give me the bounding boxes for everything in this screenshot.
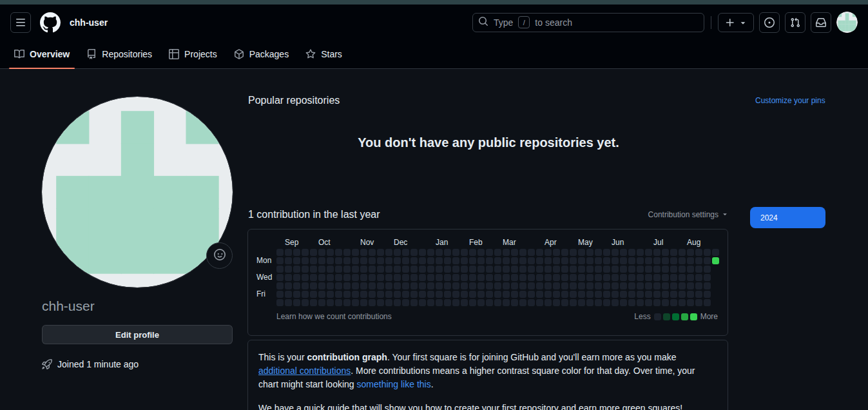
contribution-cell: [511, 282, 518, 289]
contribution-cell: [461, 282, 468, 289]
contribution-cell: [461, 291, 468, 298]
contribution-cell: [653, 257, 661, 264]
hamburger-menu-button[interactable]: [10, 12, 31, 33]
contribution-cell: [553, 291, 560, 298]
contribution-cell: [310, 257, 317, 264]
contribution-cell: [494, 274, 501, 281]
contribution-cell: [293, 299, 300, 306]
tab-label: Packages: [249, 49, 289, 59]
contribution-cell: [461, 266, 468, 273]
tab-projects[interactable]: Projects: [164, 40, 222, 68]
month-label: Oct: [318, 238, 331, 247]
star-icon: [305, 49, 316, 59]
contribution-cell: [503, 291, 510, 298]
contribution-cell: [645, 266, 652, 273]
create-new-button[interactable]: [718, 13, 754, 32]
contribution-cell: [310, 282, 317, 289]
identicon-image: [42, 97, 233, 288]
contribution-cell: [452, 266, 459, 273]
month-label: Aug: [687, 238, 700, 247]
contribution-cell: [293, 266, 300, 273]
set-status-button[interactable]: [206, 242, 233, 269]
smiley-icon: [214, 249, 226, 262]
contribution-cell: [561, 282, 568, 289]
contribution-cell: [318, 291, 325, 298]
contribution-cell: [695, 299, 702, 306]
github-logo-icon[interactable]: [40, 12, 61, 33]
contribution-cell: [620, 257, 627, 264]
search-placeholder-prefix: Type: [494, 17, 513, 28]
contribution-cell: [519, 257, 526, 264]
contribution-cell: [310, 274, 317, 281]
year-2024-button[interactable]: 2024: [750, 207, 825, 228]
contribution-cell: [486, 291, 493, 298]
day-labels-column: MonWedFri: [256, 249, 276, 306]
contribution-cell: [704, 249, 711, 256]
contribution-cell: [612, 291, 619, 298]
contribution-cell: [536, 257, 543, 264]
smiley-icon: [214, 249, 226, 260]
contribution-cell: [662, 282, 669, 289]
contribution-cell: [603, 299, 610, 306]
contribution-settings-dropdown[interactable]: Contribution settings: [648, 210, 729, 220]
contribution-cell: [469, 266, 476, 273]
contribution-cell: [360, 257, 367, 264]
repo-icon: [86, 49, 97, 59]
contribution-cell: [536, 299, 543, 306]
legend-square: [654, 313, 661, 320]
contribution-cell: [310, 291, 317, 298]
contribution-cell: [444, 299, 451, 306]
search-placeholder-suffix: to search: [535, 17, 572, 28]
customize-pins-link[interactable]: Customize your pins: [755, 96, 825, 105]
something-like-this-link[interactable]: something like this: [357, 379, 431, 389]
contribution-cell: [402, 291, 409, 298]
contribution-cell: [603, 274, 610, 281]
slash-key-hint: /: [518, 16, 530, 28]
contribution-cell: [679, 257, 686, 264]
git-pull-request-icon: [790, 17, 800, 28]
star-icon: [305, 49, 316, 59]
contribution-grid-wrap: MonWedFri: [256, 249, 719, 306]
tab-packages[interactable]: Packages: [229, 40, 294, 68]
contribution-cell: [586, 274, 593, 281]
day-label: Wed: [256, 274, 272, 281]
contribution-cell: [402, 257, 409, 264]
month-label: Apr: [545, 238, 557, 247]
contribution-cell: [452, 291, 459, 298]
contribution-cell: [553, 282, 560, 289]
tab-repositories[interactable]: Repositories: [81, 40, 157, 68]
contribution-cell: [436, 291, 443, 298]
notifications-inbox-button[interactable]: [811, 12, 831, 33]
tab-stars[interactable]: Stars: [300, 40, 347, 68]
search-input[interactable]: Type / to search: [472, 13, 704, 32]
contribution-cell: [628, 291, 635, 298]
contribution-cell: [545, 257, 552, 264]
contribution-cell: [427, 266, 434, 273]
joined-row: Joined 1 minute ago: [42, 359, 139, 369]
contribution-cell: [410, 299, 418, 306]
issues-button[interactable]: [759, 12, 780, 33]
edit-profile-button[interactable]: Edit profile: [42, 325, 233, 344]
additional-contributions-link[interactable]: additional contributions: [258, 366, 351, 376]
explainer-text: .: [431, 379, 434, 389]
contribution-cell: [427, 291, 434, 298]
header-avatar[interactable]: [836, 12, 858, 33]
contribution-cell: [628, 266, 635, 273]
learn-contributions-link[interactable]: Learn how we count contributions: [276, 312, 392, 321]
contribution-cell: [503, 257, 510, 264]
contribution-cell: [637, 291, 644, 298]
contribution-cell: [385, 291, 392, 298]
empty-repositories-message: You don't have any public repositories y…: [248, 135, 729, 150]
month-labels-row: SepOctNovDecJanFebMarAprMayJunJulAug: [276, 238, 719, 249]
contribution-cell: [612, 282, 619, 289]
pull-requests-button[interactable]: [785, 12, 805, 33]
search-icon: [478, 16, 488, 26]
contribution-cell: [285, 249, 292, 256]
tab-overview[interactable]: Overview: [9, 40, 75, 68]
contribution-cell: [712, 299, 719, 306]
contribution-cell: [427, 257, 434, 264]
month-label: Mar: [503, 238, 516, 247]
contribution-cell: [653, 274, 661, 281]
contribution-cell: [519, 299, 526, 306]
profile-avatar[interactable]: [42, 97, 233, 288]
